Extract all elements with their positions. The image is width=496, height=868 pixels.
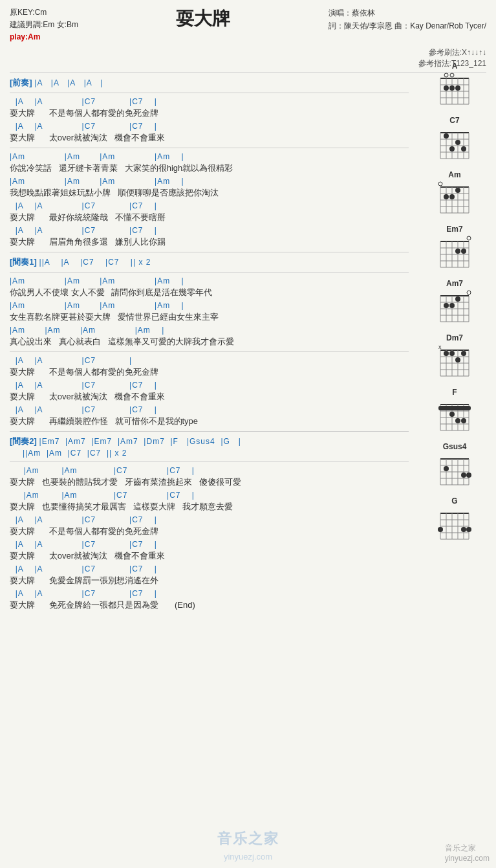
chord-name-C7: C7 (420, 116, 490, 125)
lyric-c1-1: 耍大牌 不是每個人都有愛的免死金牌 (10, 366, 409, 378)
header-right: 演唱：蔡依林 詞：陳天佑/李宗恩 曲：Kay Denar/Rob Tycer/ (329, 6, 487, 44)
lyric-v2-3: 耍大牌 最好你統統隆哉 不懂不要瞎掰 (10, 212, 409, 223)
svg-point-42 (438, 182, 442, 186)
lyric-v4-2: 耍大牌 也要懂得搞笑才最厲害 這樣耍大牌 我才願意去愛 (10, 501, 409, 513)
svg-point-104 (455, 418, 460, 423)
svg-point-59 (461, 249, 466, 254)
intro-chord: |A |A |A |A | (34, 78, 103, 87)
chord-v4-5: |A |A |C7 |C7 | (10, 564, 409, 573)
svg-point-11 (444, 73, 448, 77)
chord-diagram-Am7: Am7 (420, 279, 490, 327)
svg-point-29 (449, 146, 455, 151)
svg-point-119 (466, 473, 471, 478)
interlude2-chord2: ||Am |Am |C7 |C7 || x 2 (23, 449, 409, 458)
intro-label: [前奏] (10, 78, 32, 87)
chord-c1-2: |A |A |C7 |C7 | (10, 381, 409, 390)
svg-point-15 (455, 85, 460, 91)
svg-point-133 (466, 527, 471, 532)
svg-point-131 (438, 527, 443, 532)
section-interlude2: [間奏2] |Em7 |Am7 |Em7 |Am7 |Dm7 |F |Gsus4… (10, 436, 409, 458)
suggestion: 建議男調:Em 女:Bm (10, 19, 78, 31)
chord-diagram-G: G (420, 496, 490, 544)
section-verse4: |Am |Am |C7 |C7 | 耍大牌 也要裝的體貼我才愛 牙齒有菜渣挑起來… (10, 466, 409, 611)
svg-point-44 (449, 194, 455, 199)
chord-c1-1: |A |A |C7 | (10, 356, 409, 365)
watermark-url: yinyuezj.com (224, 852, 272, 862)
svg-point-105 (461, 418, 466, 423)
chord-svg-C7 (435, 126, 474, 162)
chord-v4-3: |A |A |C7 |C7 | (10, 515, 409, 524)
header: 原KEY:Cm 建議男調:Em 女:Bm play:Am 耍大牌 演唱：蔡依林 … (10, 6, 486, 44)
chord-diagrams: A (420, 61, 490, 551)
lyric-v4-1: 耍大牌 也要裝的體貼我才愛 牙齒有菜渣挑起來 傻傻很可愛 (10, 476, 409, 488)
svg-point-27 (444, 133, 449, 139)
svg-point-87 (444, 351, 449, 356)
svg-point-46 (467, 236, 471, 240)
strum-method: 參考刷法:X↑↓↓↑↓ (429, 48, 486, 57)
section-intro: [前奏] |A |A |A |A | (10, 77, 409, 89)
chord-v3-3: |Am |Am |Am |Am | (10, 326, 409, 335)
chord-v4-2: |Am |Am |C7 |C7 | (10, 491, 409, 500)
interlude1-label: [間奏1] (10, 257, 37, 267)
svg-point-30 (461, 146, 466, 151)
chord-diagram-Em7: Em7 (420, 225, 490, 273)
chord-v2-1: |Am |Am |Am |Am | (10, 152, 409, 161)
svg-point-43 (444, 194, 449, 199)
lyric-v4-6: 耍大牌 免死金牌給一張都只是因為愛 (End) (10, 599, 409, 611)
svg-point-72 (444, 303, 449, 308)
chord-name-G: G (420, 496, 490, 506)
svg-point-118 (461, 473, 466, 478)
chord-v3-1: |Am |Am |Am |Am | (10, 276, 409, 285)
svg-point-117 (444, 466, 449, 471)
interlude2-label: [間奏2] (10, 436, 37, 446)
chord-svg-Dm7: x (435, 344, 474, 379)
play-key: play:Am (10, 31, 78, 43)
lyric-v2-2: 我想晚點跟著姐妹玩點小牌 順便聊聊是否應該把你淘汰 (10, 187, 409, 199)
chord-diagram-F: F (420, 388, 490, 436)
chord-name-A: A (420, 61, 490, 71)
chord-svg-F (435, 398, 474, 434)
song-title: 耍大牌 (78, 6, 328, 44)
chord-diagram-A: A (420, 61, 490, 109)
section-verse1: |A |A |C7 |C7 | 耍大牌 不是每個人都有愛的免死金牌 |A |A … (10, 97, 409, 144)
chord-v2-3: |A |A |C7 |C7 | (10, 201, 409, 210)
svg-point-89 (455, 357, 460, 362)
interlude2-chord1: |Em7 |Am7 |Em7 |Am7 |Dm7 |F |Gsus4 |G | (39, 437, 241, 446)
chord-svg-A (435, 72, 474, 107)
lyric-v2-4: 耍大牌 眉眉角角很多還 嫌別人比你踢 (10, 236, 409, 248)
svg-point-103 (449, 412, 455, 417)
lyric-v3-2: 女生喜歡名牌更甚於耍大牌 愛情世界已經由女生來主宰 (10, 311, 409, 323)
chord-name-Am7: Am7 (420, 279, 490, 288)
lyric-v3-3: 真心說出來 真心就表白 這樣無辜又可愛的大牌我才會示愛 (10, 336, 409, 348)
lyric-v2-1: 你說冷笑話 還牙縫卡著青菜 大家笑的很high就以為很精彩 (10, 162, 409, 174)
lyric-v4-3: 耍大牌 不是每個人都有愛的免死金牌 (10, 526, 409, 537)
chord-name-Dm7: Dm7 (420, 333, 490, 342)
chord-diagram-C7: C7 (420, 116, 490, 164)
section-chorus1: |A |A |C7 | 耍大牌 不是每個人都有愛的免死金牌 |A |A |C7 … (10, 356, 409, 427)
lyric-c1-2: 耍大牌 太over就被淘汰 機會不會重來 (10, 391, 409, 403)
svg-point-74 (455, 296, 460, 302)
svg-point-28 (455, 140, 460, 145)
section-interlude1: [間奏1] ||A |A |C7 |C7 || x 2 (10, 256, 409, 268)
chord-svg-Gsus4 (435, 452, 474, 488)
svg-point-58 (455, 249, 460, 254)
chord-name-Gsus4: Gsus4 (420, 442, 490, 451)
singer: 演唱：蔡依林 (329, 6, 487, 19)
chord-v3-2: |Am |Am |Am |Am | (10, 301, 409, 310)
lyric-v3-1: 你說男人不使壞 女人不愛 請問你到底是活在幾零年代 (10, 287, 409, 298)
chord-name-Em7: Em7 (420, 225, 490, 234)
chord-diagram-Dm7: Dm7 x (420, 333, 490, 381)
chord-svg-Em7 (435, 235, 474, 271)
header-left: 原KEY:Cm 建議男調:Em 女:Bm play:Am (10, 6, 78, 44)
chord-v2-2: |Am |Am |Am |Am | (10, 177, 409, 186)
lyric-v1-1: 耍大牌 不是每個人都有愛的免死金牌 (10, 107, 409, 119)
chord-svg-Am7 (435, 289, 474, 325)
section-verse2: |Am |Am |Am |Am | 你說冷笑話 還牙縫卡著青菜 大家笑的很hig… (10, 152, 409, 248)
bottom-logo: 音乐之家yinyuezj.com (445, 843, 490, 863)
chord-diagram-Gsus4: Gsus4 (420, 442, 490, 490)
svg-rect-102 (438, 406, 471, 410)
lyric-v4-4: 耍大牌 太over就被淘汰 機會不會重來 (10, 550, 409, 562)
chord-v4-1: |Am |Am |C7 |C7 | (10, 466, 409, 475)
chord-name-F: F (420, 388, 490, 397)
main-content: [前奏] |A |A |A |A | |A |A |C7 |C7 | 耍大牌 不… (10, 77, 409, 611)
